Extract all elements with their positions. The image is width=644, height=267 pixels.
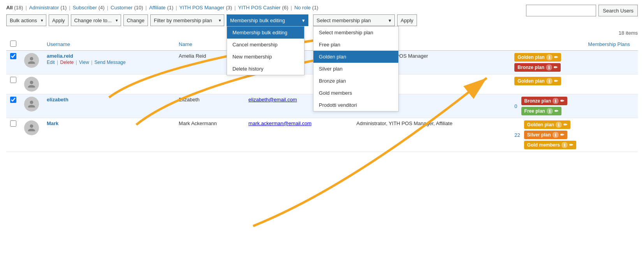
plan-edit-icon5[interactable]: ✏ <box>554 108 558 114</box>
plan-edit-icon4[interactable]: ✏ <box>560 98 564 104</box>
plan-item-bronze[interactable]: Bronze plan <box>313 75 398 87</box>
nav-yith-pos-cashier[interactable]: YITH POS Cashier <box>238 5 281 11</box>
plan-item-silver[interactable]: Silver plan <box>313 63 398 75</box>
change-role-button[interactable]: Change <box>123 14 148 26</box>
row-checkbox[interactable] <box>10 53 16 59</box>
avatar <box>24 53 39 68</box>
send-message-link[interactable]: Send Message <box>95 60 126 65</box>
plan-badge-golden2: Golden plan ℹ ✏ <box>514 77 561 85</box>
plans-list: Golden plan ℹ ✏ Silver plan ℹ ✏ Gold mem… <box>524 120 590 149</box>
membership-count: 0 <box>514 103 517 109</box>
search-area: Search Users <box>526 5 638 16</box>
menu-item-cancel-membership[interactable]: Cancel membership <box>227 39 304 51</box>
email-link[interactable]: mark.ackerman@email.com <box>248 120 311 126</box>
membership-bulk-menu: Membership bulk editing Cancel membershi… <box>227 26 304 75</box>
menu-item-new-membership[interactable]: New membership <box>227 51 304 63</box>
plan-item-prodotti[interactable]: Prodotti venditori <box>313 99 398 111</box>
edit-link[interactable]: Edit <box>47 60 55 65</box>
username-link[interactable]: amelia.reid <box>47 53 73 59</box>
plan-info-icon7[interactable]: ℹ <box>553 132 559 138</box>
filter-plan-select[interactable]: Filter by membership plan <box>150 14 224 26</box>
row-plans-cell: 22 Golden plan ℹ ✏ Silver plan ℹ ✏ <box>510 118 638 152</box>
th-username[interactable]: Username <box>43 38 175 51</box>
th-checkbox <box>6 38 20 51</box>
row-email-cell: mark.ackerman@email.com <box>245 118 352 152</box>
menu-item-delete-history[interactable]: Delete history <box>227 63 304 75</box>
row-name-cell: Elizabeth <box>175 94 245 118</box>
membership-bulk-dropdown-container: Membership bulk editing ▾ Membership bul… <box>227 14 308 26</box>
row-name-cell: Mark Ackermann <box>175 118 245 152</box>
avatar <box>24 97 39 111</box>
delete-link[interactable]: Delete <box>60 60 74 65</box>
plan-apply-button[interactable]: Apply <box>397 14 417 26</box>
nav-administrator[interactable]: Administrator <box>29 5 59 11</box>
plan-badge-free: Free plan ℹ ✏ <box>521 107 561 115</box>
row-username-cell: elizabeth <box>43 94 175 118</box>
plan-info-icon2[interactable]: ℹ <box>546 64 552 71</box>
nav-all[interactable]: All (18) <box>6 5 23 11</box>
th-plans: Membership Plans <box>510 38 638 51</box>
chevron-down-icon: ▾ <box>302 18 305 23</box>
user-actions: Edit | Delete | View | Send Message <box>47 60 171 65</box>
plans-list: Bronze plan ℹ ✏ Free plan ℹ ✏ <box>521 97 588 115</box>
email-link[interactable]: elizabeth@email.com <box>248 97 297 103</box>
row-plans-cell: Golden plan ℹ ✏ <box>510 74 638 94</box>
plan-badge-golden: Golden plan ℹ ✏ <box>514 53 561 62</box>
username-link[interactable]: Mark <box>47 120 58 126</box>
plan-edit-icon7[interactable]: ✏ <box>560 132 564 138</box>
nav-no-role[interactable]: No role <box>294 5 311 11</box>
plan-badge-silver: Silver plan ℹ ✏ <box>524 131 567 139</box>
plan-info-icon[interactable]: ℹ <box>546 54 553 60</box>
membership-bulk-button[interactable]: Membership bulk editing ▾ <box>227 14 308 26</box>
avatar <box>24 77 39 92</box>
chevron-down-icon2: ▾ <box>389 18 391 23</box>
plan-badge-golden3: Golden plan ℹ ✏ <box>524 120 570 129</box>
row-checkbox-cell <box>6 118 20 152</box>
plan-info-icon6[interactable]: ℹ <box>556 122 562 128</box>
bulk-actions-select[interactable]: Bulk actions <box>6 14 46 26</box>
row-username-cell <box>43 74 175 94</box>
search-input[interactable] <box>526 5 596 16</box>
nav-subscriber[interactable]: Subscriber <box>73 5 97 11</box>
row-checkbox[interactable] <box>10 77 16 83</box>
row-name-cell <box>175 74 245 94</box>
select-plan-dropdown-container: Select membership plan ▾ Select membersh… <box>313 14 395 26</box>
view-link[interactable]: View <box>79 60 89 65</box>
plan-edit-icon[interactable]: ✏ <box>554 55 558 60</box>
row-avatar-cell <box>20 51 43 74</box>
plan-item-golden[interactable]: Golden plan <box>313 51 398 63</box>
nav-customer[interactable]: Customer <box>111 5 132 11</box>
nav-affiliate[interactable]: Affiliate <box>149 5 165 11</box>
plan-item-select[interactable]: Select membership plan <box>313 27 398 39</box>
plan-info-icon8[interactable]: ℹ <box>561 142 568 148</box>
row-checkbox[interactable] <box>10 120 16 127</box>
plan-badge-bronze2: Bronze plan ℹ ✏ <box>521 97 568 105</box>
plan-info-icon5[interactable]: ℹ <box>547 108 553 114</box>
username-link[interactable]: elizabeth <box>47 97 69 103</box>
plan-item-free[interactable]: Free plan <box>313 39 398 51</box>
plan-edit-icon3[interactable]: ✏ <box>554 78 558 84</box>
menu-item-membership-bulk-editing[interactable]: Membership bulk editing <box>227 27 304 39</box>
plan-edit-icon8[interactable]: ✏ <box>569 142 573 148</box>
plan-item-gold-members[interactable]: Gold members <box>313 87 398 99</box>
plan-badge-gold-members: Gold members ℹ ✏ <box>524 141 576 149</box>
row-role-cell: Administrator, YITH POS Manager, Affilia… <box>352 118 510 152</box>
bulk-apply-button[interactable]: Apply <box>49 14 69 26</box>
plan-info-icon4[interactable]: ℹ <box>553 98 559 104</box>
membership-count2: 22 <box>514 132 520 138</box>
row-username-cell: amelia.reid Edit | Delete | View | Send … <box>43 51 175 74</box>
plan-edit-icon2[interactable]: ✏ <box>554 65 558 70</box>
plans-list: Golden plan ℹ ✏ <box>514 77 634 85</box>
table-row: Mark Mark Ackermann mark.ackerman@email.… <box>6 118 638 152</box>
change-role-select[interactable]: Change role to... <box>71 14 121 26</box>
select-all-checkbox[interactable] <box>10 41 16 47</box>
row-checkbox[interactable] <box>10 97 16 103</box>
search-users-button[interactable]: Search Users <box>598 5 638 16</box>
plans-list: Golden plan ℹ ✏ Bronze plan ℹ ✏ <box>514 53 634 72</box>
nav-yith-pos-manager[interactable]: YITH POS Manager <box>179 5 225 11</box>
row-username-cell: Mark <box>43 118 175 152</box>
select-plan-button[interactable]: Select membership plan ▾ <box>313 14 395 26</box>
plan-info-icon3[interactable]: ℹ <box>546 78 553 84</box>
avatar <box>24 120 39 135</box>
plan-edit-icon6[interactable]: ✏ <box>563 122 567 127</box>
